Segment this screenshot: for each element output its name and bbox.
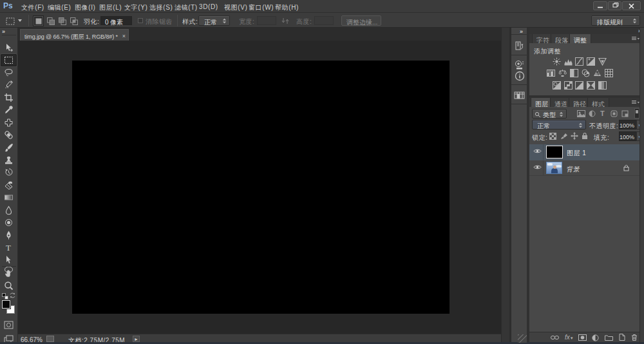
svg-text:T: T — [6, 243, 11, 253]
